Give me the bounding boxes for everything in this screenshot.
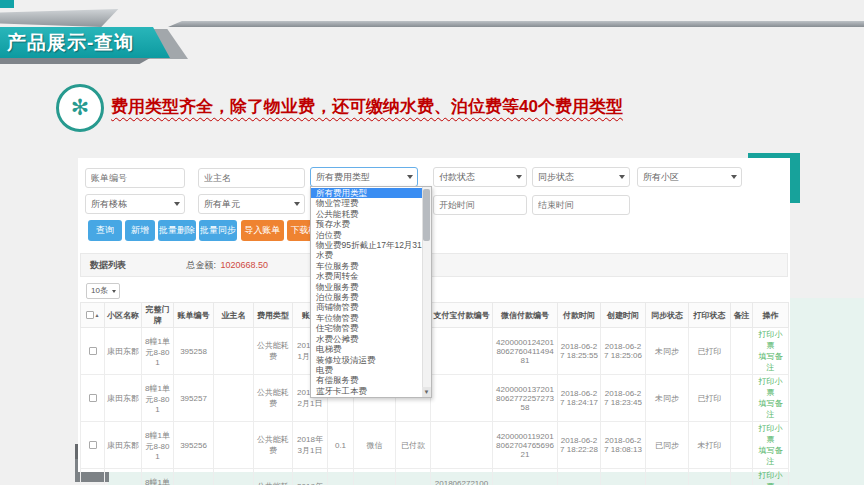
cell-remark <box>731 328 753 375</box>
fee-type-select-value: 所有费用类型 <box>316 172 370 182</box>
fee-type-option[interactable]: 泊位费 <box>311 230 422 240</box>
chevron-down-icon <box>294 202 300 206</box>
end-time-input[interactable] <box>532 195 630 215</box>
cell-pay-status: 已付款 <box>396 469 431 485</box>
write-remark-link[interactable]: 填写备注 <box>755 351 786 373</box>
column-header-remark: 备注 <box>731 303 753 328</box>
fee-type-option[interactable]: 公共能耗费 <box>311 209 422 219</box>
print-receipt-link[interactable]: 打印小票 <box>755 376 786 398</box>
column-header-house-no: 完整门牌 <box>142 303 174 328</box>
dropdown-scrollbar[interactable]: ▼ <box>422 187 431 397</box>
cell-house-no: 8幢1单元8-801 <box>142 422 174 469</box>
row-checkbox[interactable] <box>89 347 97 355</box>
fee-type-option[interactable]: 车位物管费 <box>311 313 422 323</box>
fee-type-option[interactable]: 住宅物管费 <box>311 323 422 333</box>
header-divider-line <box>168 21 864 27</box>
fee-type-option[interactable]: 商铺物管费 <box>311 302 422 312</box>
cell-wechat-no: 4200000124201806276041149481 <box>493 328 558 375</box>
cell-remark <box>731 375 753 422</box>
unit-select[interactable]: 所有单元 <box>198 194 305 214</box>
cell-create-time: 2018-06-27 18:25:06 <box>601 328 646 375</box>
fee-type-select[interactable]: 所有费用类型 <box>310 167 418 187</box>
cell-pay-time: 2018-06-27 18:24:17 <box>558 375 601 422</box>
column-header-owner: 业主名 <box>214 303 254 328</box>
fee-type-option[interactable]: 有偿服务费 <box>311 375 422 385</box>
fee-type-dropdown: 所有费用类型物业管理费公共能耗费预存水费泊位费物业费95折截止17年12月31日… <box>310 186 432 398</box>
owner-name-input[interactable] <box>198 168 305 188</box>
bills-table: ▲小区名称完整门牌账单编号业主名费用类型账期支付宝付款编号微信付款编号付款时间创… <box>80 302 789 485</box>
row-checkbox[interactable] <box>89 394 97 402</box>
write-remark-link[interactable]: 填写备注 <box>755 398 786 420</box>
scrollbar-down-arrow-icon[interactable]: ▼ <box>422 387 431 397</box>
cell-period: 2018年6月1日 <box>293 469 328 485</box>
cell-pay-method: 微信 <box>354 422 396 469</box>
cell-bill-no: 395256 <box>174 422 214 469</box>
cell-house-no: 8幢1单元8-801 <box>142 328 174 375</box>
cell-create-time: 2018-06-27 18:23:45 <box>601 375 646 422</box>
fee-type-option[interactable]: 泊位服务费 <box>311 292 422 302</box>
fee-type-option[interactable]: 蓝牙卡工本费 <box>311 386 422 396</box>
batch-delete-button[interactable]: 批量删除 <box>158 220 196 241</box>
cell-community: 康田东郡 <box>105 469 142 485</box>
fee-type-option[interactable]: 水费公摊费 <box>311 334 422 344</box>
bill-no-input[interactable] <box>85 168 185 188</box>
fee-type-option[interactable]: 水费周转金 <box>311 271 422 281</box>
table-header-row: ▲小区名称完整门牌账单编号业主名费用类型账期支付宝付款编号微信付款编号付款时间创… <box>81 303 789 328</box>
batch-sync-button[interactable]: 批量同步 <box>199 220 237 241</box>
unit-select-value: 所有单元 <box>204 199 240 209</box>
cell-create-time: 2018-06-27 17:49:48 <box>601 469 646 485</box>
total-amount-label: 总金额: <box>187 260 217 270</box>
print-receipt-link[interactable]: 打印小票 <box>755 470 786 485</box>
cell-amount: 0.1 <box>328 422 354 469</box>
select-all-checkbox[interactable] <box>86 311 94 319</box>
chevron-down-icon <box>731 175 737 179</box>
cell-house-no: 8幢1单元8-801 <box>142 469 174 485</box>
sync-status-select[interactable]: 同步状态 <box>532 167 630 187</box>
print-receipt-link[interactable]: 打印小票 <box>755 329 786 351</box>
pay-status-select[interactable]: 付款状态 <box>433 167 527 187</box>
fee-type-option[interactable]: 装修垃圾清运费 <box>311 355 422 365</box>
cell-period: 2018年3月1日 <box>293 422 328 469</box>
silver-ribbon <box>0 9 122 27</box>
print-receipt-link[interactable]: 打印小票 <box>755 423 786 445</box>
cell-community: 康田东郡 <box>105 375 142 422</box>
community-select[interactable]: 所有小区 <box>637 167 742 187</box>
cell-remark <box>731 422 753 469</box>
add-button[interactable]: 新增 <box>125 220 155 241</box>
column-header-wechat-no: 微信付款编号 <box>493 303 558 328</box>
write-remark-link[interactable]: 填写备注 <box>755 445 786 467</box>
table-row: 康田东郡8幢1单元8-801395256公共能耗费2018年3月1日0.1微信已… <box>81 422 789 469</box>
data-list-label: 数据列表 <box>90 260 126 270</box>
chevron-down-icon <box>407 175 413 179</box>
cell-print-status: 已打印 <box>689 469 731 485</box>
query-button[interactable]: 查询 <box>88 220 122 241</box>
building-select[interactable]: 所有楼栋 <box>85 194 185 214</box>
fee-type-option[interactable]: 物业服务费 <box>311 282 422 292</box>
fee-type-option[interactable]: 预存水费 <box>311 219 422 229</box>
column-header-actions: 操作 <box>753 303 789 328</box>
table-row: 康田东郡8幢1单元8-801395257公共能耗费2018年2月1日420000… <box>81 375 789 422</box>
import-bill-button[interactable]: 导入账单 <box>241 220 284 241</box>
cell-wechat-no <box>493 469 558 485</box>
start-time-input[interactable] <box>433 195 527 215</box>
column-header-alipay-no: 支付宝付款编号 <box>431 303 493 328</box>
scrollbar-thumb[interactable] <box>423 189 430 241</box>
page-size-value: 10条 <box>91 286 108 295</box>
column-header-print-status: 打印状态 <box>689 303 731 328</box>
fee-type-option[interactable]: 所有费用类型 <box>311 188 422 198</box>
column-header-bill-no: 账单编号 <box>174 303 214 328</box>
row-checkbox[interactable] <box>89 441 97 449</box>
cell-fee-type: 公共能耗费 <box>254 328 293 375</box>
cell-sync-status: 已同步 <box>646 422 689 469</box>
building-select-value: 所有楼栋 <box>91 199 127 209</box>
fee-type-option[interactable]: 水费 <box>311 250 422 260</box>
cell-bill-no: 395258 <box>174 328 214 375</box>
fee-type-option[interactable]: 物业费95折截止17年12月31日 <box>311 240 422 250</box>
fee-type-option[interactable]: 电梯费 <box>311 344 422 354</box>
fee-type-option[interactable]: 车位服务费 <box>311 261 422 271</box>
page-size-select[interactable]: 10条 <box>86 283 120 299</box>
cell-actions: 打印小票填写备注 <box>753 328 789 375</box>
chevron-down-icon <box>174 202 180 206</box>
fee-type-option[interactable]: 电费 <box>311 365 422 375</box>
fee-type-option[interactable]: 物业管理费 <box>311 198 422 208</box>
